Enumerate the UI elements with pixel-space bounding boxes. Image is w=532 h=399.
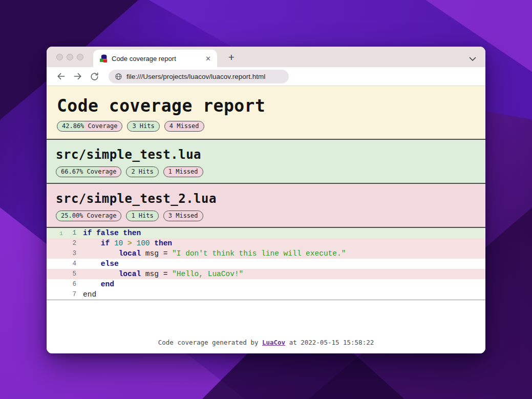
missed-badge: 4 Missed [164,121,204,132]
tab-strip: Code coverage report ✕ + [47,47,485,67]
tab-code-coverage-report[interactable]: Code coverage report ✕ [93,50,217,67]
code-lines: 11if false then2 if 10 > 100 then3 local… [47,228,485,300]
hits-badge: 2 Hits [126,166,158,177]
code-line: 7end [47,289,485,300]
hits-badge: 3 Hits [127,121,159,132]
zoom-window-button[interactable] [77,54,83,60]
coverage-badge: 66.67% Coverage [56,166,121,177]
line-number: 7 [63,291,76,298]
missed-badge: 1 Missed [163,166,203,177]
code-text: else [83,260,119,268]
file-name: src/simple_test_2.lua [56,192,476,206]
luacov-favicon [99,54,108,62]
line-number: 6 [63,281,76,288]
luacov-link[interactable]: LuaCov [262,339,285,346]
code-line: 3 local msg = "I don't think this line w… [47,248,485,259]
hits-badge: 1 Hits [126,211,158,221]
footer-timestamp: at 2022-05-15 15:58:22 [285,339,374,346]
tab-title: Code coverage report [112,55,200,62]
traffic-lights [56,54,83,60]
address-bar[interactable]: file:///Users/projects/luacov/luacov.rep… [109,70,289,83]
code-line: 5 local msg = "Hello, LuaCov!" [47,269,485,279]
url-text: file:///Users/projects/luacov/luacov.rep… [126,73,265,80]
file-section-simple-test: src/simple_test.lua 66.67% Coverage2 Hit… [47,140,485,184]
report-footer: Code coverage generated by LuaCov at 202… [47,335,485,353]
code-text: local msg = "Hello, LuaCov!" [83,270,243,278]
globe-icon [115,73,122,80]
close-tab-icon[interactable]: ✕ [204,54,212,63]
tab-search-chevron-icon[interactable] [469,57,476,61]
line-number: 1 [63,229,76,237]
page-title: Code coverage report [57,97,475,116]
footer-text: Code coverage generated by [158,339,262,346]
missed-badge: 3 Missed [163,211,203,221]
close-window-button[interactable] [56,54,63,60]
line-number: 3 [63,250,76,257]
minimize-window-button[interactable] [67,54,73,60]
coverage-badge: 42.86% Coverage [57,121,122,132]
forward-button[interactable] [71,70,84,83]
file-name: src/simple_test.lua [56,148,476,162]
line-number: 4 [63,260,76,267]
report-page: Code coverage report 42.86% Coverage3 Hi… [47,86,485,353]
code-line: 2 if 10 > 100 then [47,238,485,248]
code-text: local msg = "I don't think this line wil… [83,249,346,258]
hit-count: 1 [50,230,63,237]
report-header: Code coverage report 42.86% Coverage3 Hi… [47,86,485,140]
new-tab-button[interactable]: + [225,51,238,64]
code-line: 4 else [47,259,485,269]
summary-badges: 42.86% Coverage3 Hits4 Missed [57,121,475,132]
code-text: if false then [83,229,141,237]
file-badges: 25.00% Coverage1 Hits3 Missed [56,211,476,221]
code-line: 6 end [47,279,485,289]
browser-toolbar: file:///Users/projects/luacov/luacov.rep… [47,67,485,86]
coverage-badge: 25.00% Coverage [56,211,121,221]
code-text: end [83,280,114,288]
reload-button[interactable] [88,70,101,83]
line-number: 2 [63,240,76,247]
line-number: 5 [63,270,76,278]
code-text: end [83,290,96,299]
code-line: 11if false then [47,228,485,238]
file-badges: 66.67% Coverage2 Hits1 Missed [56,166,476,177]
file-section-simple-test-2: src/simple_test_2.lua 25.00% Coverage1 H… [47,184,485,228]
browser-window: Code coverage report ✕ + file:///Users/p… [47,47,485,353]
code-text: if 10 > 100 then [83,239,172,247]
back-button[interactable] [54,70,68,83]
